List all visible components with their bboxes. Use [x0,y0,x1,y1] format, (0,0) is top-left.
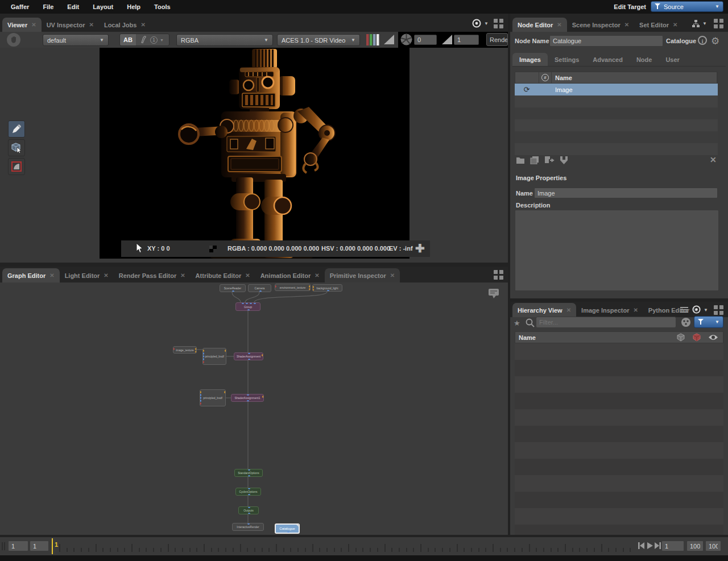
node-plug[interactable] [262,354,263,356]
graph-node-background_light[interactable]: background_light [312,284,342,292]
duplicate-image-icon[interactable] [530,156,539,164]
description-textarea[interactable] [515,210,719,291]
status-column-header[interactable] [515,72,539,83]
tab-set-editor[interactable]: Set Editor✕ [634,18,682,32]
follow-scene-icon[interactable] [472,19,482,28]
graph-node-ShaderAssignment[interactable]: ShaderAssignment [234,352,263,360]
remove-image-button[interactable]: ✕ [710,155,717,164]
tab-uv-inspector[interactable]: UV Inspector✕ [42,18,99,32]
close-icon[interactable]: ✕ [89,22,94,28]
tab-attribute-editor[interactable]: Attribute Editor✕ [191,268,255,282]
tab-viewer[interactable]: Viewer✕ [2,18,42,32]
node-plug[interactable] [259,290,262,292]
close-icon[interactable]: ✕ [140,22,145,28]
layout-grid-icon[interactable] [714,19,723,28]
node-plug[interactable] [254,302,256,304]
chevron-down-icon[interactable]: ▼ [484,21,489,26]
visibility-eye-icon[interactable] [708,334,718,341]
menu-edit[interactable]: Edit [61,0,85,14]
ghost-cube-icon[interactable] [676,333,685,342]
node-plug[interactable] [287,531,289,534]
node-plug[interactable] [173,348,175,350]
node-plug[interactable] [248,506,250,508]
red-cube-icon[interactable] [692,333,701,342]
close-icon[interactable]: ✕ [557,22,561,28]
chevron-down-icon[interactable]: ▼ [160,38,164,42]
hierarchy-name-header[interactable]: Name [515,334,676,341]
render-button[interactable]: Render [486,33,508,46]
node-plug[interactable] [200,397,201,399]
subtab-images[interactable]: Images [512,53,548,66]
graph-node-Catalogue[interactable]: Catalogue [275,523,300,534]
node-set-icon[interactable] [692,19,700,28]
image-name-input[interactable] [534,188,718,198]
node-plug[interactable] [327,290,329,292]
node-plug[interactable] [200,400,201,402]
gamma-ramp-icon[interactable] [441,34,453,45]
frame-field-input[interactable] [661,541,684,551]
pan-hand-icon[interactable] [7,33,20,47]
node-plug[interactable] [242,302,244,304]
edit-target-dropdown[interactable]: Source ▼ [651,1,723,12]
tab-light-editor[interactable]: Light Editor✕ [60,268,114,282]
range-start-input[interactable] [8,541,28,551]
extract-image-icon[interactable] [560,156,568,165]
viewer-layer-select[interactable]: default▼ [43,34,109,46]
node-plug[interactable] [248,475,250,477]
channel-bars-icon[interactable] [366,33,380,47]
menu-lines-icon[interactable] [680,306,688,313]
skip-start-icon[interactable] [638,542,645,550]
tab-primitive-inspector[interactable]: Primitive Inspector✕ [325,268,400,282]
close-icon[interactable]: ✕ [104,272,108,279]
graph-canvas[interactable]: SceneReaderCameraenvironment_textureback… [0,282,508,535]
node-plug[interactable] [202,355,204,358]
node-plug[interactable] [248,469,250,471]
current-frame-input[interactable] [30,541,49,551]
menu-help[interactable]: Help [121,0,147,14]
graph-node-ShaderAssignment1[interactable]: ShaderAssignment1 [231,394,264,402]
layout-grid-icon[interactable] [494,270,503,280]
close-icon[interactable]: ✕ [245,272,250,279]
close-icon[interactable]: ✕ [624,22,629,28]
node-plug[interactable] [202,352,204,355]
exposure-aperture-icon[interactable] [400,33,413,46]
skip-end-icon[interactable] [654,542,661,550]
frame-column-header[interactable]: # [539,72,552,83]
graph-node-principled_bsdf[interactable]: principled_bsdf [200,389,226,406]
bookmark-star-icon[interactable]: ★ [514,319,520,327]
graph-node-StandardOptions[interactable]: StandardOptions [234,469,263,477]
graph-node-Group[interactable]: Group [235,302,260,311]
name-column-header[interactable]: Name [552,72,717,83]
close-icon[interactable]: ✕ [49,272,54,279]
node-plug[interactable] [312,289,314,291]
tab-hierarchy-view[interactable]: Hierarchy View✕ [512,303,576,317]
gear-icon[interactable]: ⚙ [711,35,719,47]
compare-ab-button[interactable]: AB [120,34,136,45]
node-plug[interactable] [200,402,201,405]
node-plug[interactable] [248,352,250,354]
tab-graph-editor[interactable]: Graph Editor✕ [2,268,60,282]
node-plug[interactable] [247,400,249,402]
layout-grid-icon[interactable] [714,305,723,315]
graph-node-principled_bsdf[interactable]: principled_bsdf [202,348,226,365]
node-plug[interactable] [275,285,276,288]
color-picker-tool[interactable] [8,120,25,138]
viewer-channels-select[interactable]: RGBA▼ [176,34,273,46]
exposure-input[interactable] [414,35,437,45]
node-plug[interactable] [195,351,197,353]
menu-layout[interactable]: Layout [86,0,119,14]
close-icon[interactable]: ✕ [180,272,185,279]
compare-frame-badge[interactable]: 1 [150,36,158,44]
divider[interactable] [0,263,508,267]
node-name-input[interactable] [549,35,663,47]
tab-render-pass-editor[interactable]: Render Pass Editor✕ [114,268,191,282]
close-icon[interactable]: ✕ [315,272,319,279]
selection-tool[interactable] [8,139,25,156]
timeline-ruler[interactable] [59,538,636,554]
timeline-grip[interactable] [2,542,5,550]
annotation-bubble-icon[interactable] [487,287,500,300]
graph-node-Outputs[interactable]: Outputs [238,506,259,514]
node-plug[interactable] [262,396,264,398]
node-plug[interactable] [200,391,201,393]
info-icon[interactable]: i [698,36,707,45]
